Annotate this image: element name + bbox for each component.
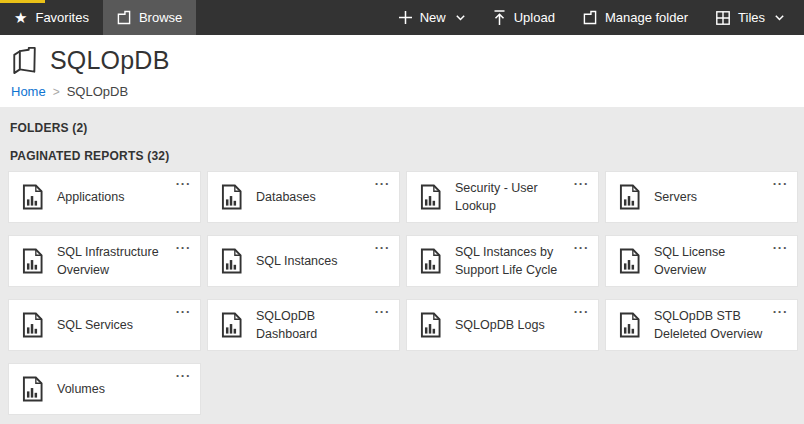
report-tile-sql-services[interactable]: ... SQL Services	[8, 299, 201, 351]
manage-folder-label: Manage folder	[605, 10, 688, 25]
report-tile-sqlopdb-stb-deleleted-overview[interactable]: ... SQLOpDB STB Deleleted Overview	[605, 299, 798, 351]
page-title: SQLOpDB	[50, 46, 170, 75]
folders-section-count: (2)	[72, 121, 87, 135]
browse-folder-icon	[117, 10, 131, 25]
tile-context-menu-button[interactable]: ...	[373, 300, 392, 317]
tile-title: Security - User Lookup	[455, 179, 573, 215]
report-tile-sql-instances-by-support-life-cycle[interactable]: ... SQL Instances by Support Life Cycle	[406, 235, 599, 287]
paginated-report-icon	[22, 248, 43, 274]
paginated-reports-section-header[interactable]: PAGINATED REPORTS (32)	[10, 135, 804, 163]
breadcrumb-separator-icon: >	[53, 85, 60, 99]
tile-context-menu-button[interactable]: ...	[174, 300, 193, 317]
tile-title: SQLOpDB Dashboard	[256, 307, 374, 343]
paginated-report-icon	[619, 184, 640, 210]
report-tile-applications[interactable]: ... Applications	[8, 171, 201, 223]
tile-context-menu-button[interactable]: ...	[771, 236, 790, 253]
report-tile-volumes[interactable]: ... Volumes	[8, 363, 201, 415]
tile-title: SQL Instances by Support Life Cycle	[455, 243, 573, 279]
new-menu-button[interactable]: New	[385, 0, 479, 35]
tile-context-menu-button[interactable]: ...	[373, 236, 392, 253]
paginated-report-icon	[22, 312, 43, 338]
top-command-bar: ★ Favorites Browse New Upload	[0, 0, 804, 35]
paginated-reports-section-count: (32)	[147, 149, 169, 163]
report-tiles-grid: ... Applications ... Databases ... Secur…	[8, 171, 804, 424]
report-tile-databases[interactable]: ... Databases	[207, 171, 400, 223]
paginated-report-icon	[420, 312, 441, 338]
favorites-tab[interactable]: ★ Favorites	[0, 0, 103, 35]
grid-tiles-icon	[716, 11, 730, 25]
plus-icon	[399, 11, 412, 24]
paginated-report-icon	[22, 376, 43, 402]
tile-context-menu-button[interactable]: ...	[572, 300, 591, 317]
browse-label: Browse	[139, 10, 182, 25]
breadcrumb: Home > SQLOpDB	[0, 75, 804, 99]
paginated-reports-section-label: PAGINATED REPORTS	[10, 149, 144, 163]
tile-title: SQLOpDB Logs	[455, 316, 545, 334]
folders-section-label: FOLDERS	[10, 121, 69, 135]
tile-title: Applications	[57, 188, 124, 206]
loading-progress-bar	[0, 0, 45, 3]
tiles-view-button[interactable]: Tiles	[702, 0, 798, 35]
paginated-report-icon	[420, 184, 441, 210]
tile-title: SQL Services	[57, 316, 133, 334]
report-tile-security-user-lookup[interactable]: ... Security - User Lookup	[406, 171, 599, 223]
paginated-report-icon	[221, 312, 242, 338]
manage-folder-button[interactable]: Manage folder	[569, 0, 702, 35]
report-tile-sql-infrastructure-overview[interactable]: ... SQL Infrastructure Overview	[8, 235, 201, 287]
topbar-left-group: ★ Favorites Browse	[0, 0, 196, 35]
tile-title: Volumes	[57, 380, 105, 398]
open-folder-icon	[11, 46, 39, 75]
paginated-report-icon	[619, 312, 640, 338]
folders-section-header[interactable]: FOLDERS (2)	[10, 107, 804, 135]
tiles-label: Tiles	[738, 10, 765, 25]
report-tile-sqlopdb-logs[interactable]: ... SQLOpDB Logs	[406, 299, 599, 351]
upload-icon	[493, 10, 506, 26]
tile-context-menu-button[interactable]: ...	[174, 364, 193, 381]
report-tile-sql-instances[interactable]: ... SQL Instances	[207, 235, 400, 287]
tile-title: Databases	[256, 188, 316, 206]
breadcrumb-current: SQLOpDB	[67, 84, 128, 99]
topbar-right-group: New Upload Manage folder Tiles	[385, 0, 804, 35]
star-icon: ★	[14, 10, 27, 25]
paginated-report-icon	[619, 248, 640, 274]
title-row: SQLOpDB	[0, 35, 804, 75]
tile-context-menu-button[interactable]: ...	[771, 172, 790, 189]
tile-title: SQLOpDB STB Deleleted Overview	[654, 307, 772, 343]
paginated-report-icon	[221, 184, 242, 210]
paginated-report-icon	[22, 184, 43, 210]
tile-title: SQL Infrastructure Overview	[57, 243, 175, 279]
browse-tab[interactable]: Browse	[103, 0, 196, 35]
tile-context-menu-button[interactable]: ...	[771, 300, 790, 317]
tile-context-menu-button[interactable]: ...	[373, 172, 392, 189]
paginated-report-icon	[221, 248, 242, 274]
tile-context-menu-button[interactable]: ...	[174, 236, 193, 253]
folder-icon	[583, 10, 597, 25]
tile-context-menu-button[interactable]: ...	[572, 172, 591, 189]
new-label: New	[420, 10, 446, 25]
upload-label: Upload	[514, 10, 555, 25]
content-area: FOLDERS (2) PAGINATED REPORTS (32) ... A…	[0, 107, 804, 424]
report-tile-sqlopdb-dashboard[interactable]: ... SQLOpDB Dashboard	[207, 299, 400, 351]
paginated-report-icon	[420, 248, 441, 274]
favorites-label: Favorites	[35, 10, 88, 25]
chevron-down-icon	[456, 15, 465, 21]
tile-title: SQL License Overview	[654, 243, 772, 279]
tile-context-menu-button[interactable]: ...	[572, 236, 591, 253]
folder-header: SQLOpDB Home > SQLOpDB	[0, 35, 804, 107]
tile-title: Servers	[654, 188, 697, 206]
upload-button[interactable]: Upload	[479, 0, 569, 35]
tile-title: SQL Instances	[256, 252, 338, 270]
chevron-down-icon	[775, 15, 784, 21]
report-tile-servers[interactable]: ... Servers	[605, 171, 798, 223]
report-tile-sql-license-overview[interactable]: ... SQL License Overview	[605, 235, 798, 287]
breadcrumb-home-link[interactable]: Home	[11, 84, 46, 99]
tile-context-menu-button[interactable]: ...	[174, 172, 193, 189]
